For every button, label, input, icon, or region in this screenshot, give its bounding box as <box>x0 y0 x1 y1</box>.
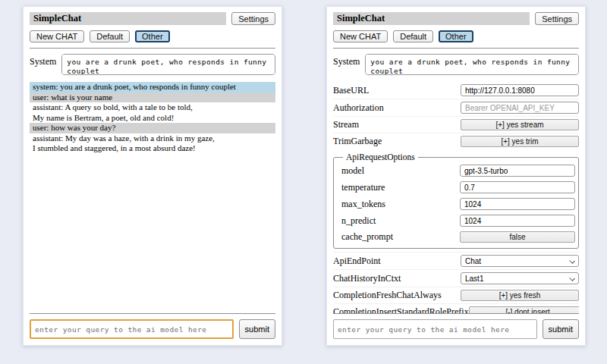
setting-row-authorization: Authorization <box>333 99 579 116</box>
system-prompt-input[interactable]: you are a drunk poet, who responds in fu… <box>61 54 275 75</box>
temperature-input[interactable] <box>460 181 575 193</box>
settings-button[interactable]: Settings <box>231 12 275 25</box>
system-label: System <box>30 54 56 67</box>
setting-row-stream: Stream [+] yes stream <box>333 116 579 133</box>
max-tokens-label: max_tokens <box>341 199 385 210</box>
query-input[interactable] <box>30 319 234 339</box>
model-input[interactable] <box>460 165 575 177</box>
query-row: submit <box>30 319 275 339</box>
header: SimpleChat Settings <box>30 12 275 25</box>
completionfreshchatalways-toggle-button[interactable]: [+] yes fresh <box>461 290 579 301</box>
setting-row-baseurl: BaseURL <box>333 82 579 99</box>
authorization-label: Authorization <box>333 102 384 114</box>
stream-toggle-button[interactable]: [+] yes stream <box>461 119 579 130</box>
trimgarbage-toggle-button[interactable]: [+] yes trim <box>461 136 579 147</box>
settings-button[interactable]: Settings <box>535 12 579 25</box>
setting-row-completionfreshchatalways: CompletionFreshChatAlways [+] yes fresh <box>333 287 579 303</box>
divider <box>333 313 579 314</box>
query-input[interactable] <box>333 319 537 339</box>
system-label: System <box>333 54 360 67</box>
cache-prompt-label: cache_prompt <box>341 231 393 243</box>
app-title: SimpleChat <box>30 12 226 25</box>
completioninsertstandardroleprefix-toggle-button[interactable]: [-] dont insert <box>469 306 579 313</box>
header: SimpleChat Settings <box>333 12 579 25</box>
setting-row-cache-prompt: cache_prompt false <box>341 229 575 245</box>
chat-message-user: user: what is your name <box>30 93 275 103</box>
divider <box>333 48 579 49</box>
max-tokens-input[interactable] <box>460 198 575 210</box>
chat-message-user: user: how was your day? <box>30 123 275 133</box>
n-predict-label: n_predict <box>341 215 376 227</box>
trimgarbage-label: TrimGarbage <box>333 136 382 147</box>
baseurl-label: BaseURL <box>333 85 369 96</box>
apiendpoint-selected-value: Chat <box>465 257 481 265</box>
temperature-label: temperature <box>341 182 385 193</box>
settings-panel: SimpleChat Settings New CHAT Default Oth… <box>326 6 586 346</box>
model-label: model <box>341 165 364 177</box>
baseurl-input[interactable] <box>461 84 579 96</box>
settings-form: BaseURL Authorization Stream [+] yes str… <box>333 82 579 313</box>
setting-row-n-predict: n_predict <box>341 212 575 229</box>
apiendpoint-select[interactable]: Chat <box>461 255 579 267</box>
authorization-input[interactable] <box>461 102 579 114</box>
completioninsertstandardroleprefix-label: CompletionInsertStandardRolePrefix <box>333 306 469 313</box>
session-toolbar: New CHAT Default Other <box>333 30 579 42</box>
chat-message-assistant: assistant: A query so bold, with a tale … <box>30 102 275 123</box>
setting-row-max-tokens: max_tokens <box>341 196 575 212</box>
apiendpoint-label: ApiEndPoint <box>333 256 381 267</box>
stream-label: Stream <box>333 119 359 130</box>
new-chat-button[interactable]: New CHAT <box>333 30 388 42</box>
chat-log: system: you are a drunk poet, who respon… <box>30 82 275 313</box>
app-title: SimpleChat <box>333 12 530 25</box>
chathistoryinctxt-label: ChatHistoryInCtxt <box>333 273 401 284</box>
submit-button[interactable]: submit <box>543 319 579 339</box>
chevron-down-icon <box>569 258 575 264</box>
session-tab-default[interactable]: Default <box>393 30 433 42</box>
chathistoryinctxt-select[interactable]: Last1 <box>461 272 579 284</box>
chathistoryinctxt-selected-value: Last1 <box>465 275 483 283</box>
chat-message-system: system: you are a drunk poet, who respon… <box>30 82 275 93</box>
cache-prompt-toggle-button[interactable]: false <box>460 231 575 243</box>
system-prompt-input[interactable]: you are a drunk poet, who responds in fu… <box>365 54 579 75</box>
new-chat-button[interactable]: New CHAT <box>30 30 84 42</box>
chat-panel: SimpleChat Settings New CHAT Default Oth… <box>23 6 282 346</box>
session-tab-default[interactable]: Default <box>90 30 130 42</box>
setting-row-temperature: temperature <box>341 179 575 196</box>
api-request-options-fieldset: ApiRequestOptions model temperature max_… <box>333 152 579 249</box>
chat-message-assistant: assistant: My day was a haze, with a dri… <box>30 133 275 154</box>
completionfreshchatalways-label: CompletionFreshChatAlways <box>333 290 442 301</box>
query-row: submit <box>333 319 579 339</box>
n-predict-input[interactable] <box>460 215 575 227</box>
api-request-options-legend: ApiRequestOptions <box>343 152 418 162</box>
divider <box>30 313 275 314</box>
setting-row-completioninsertstandardroleprefix: CompletionInsertStandardRolePrefix [-] d… <box>333 303 579 313</box>
setting-row-model: model <box>341 162 575 179</box>
chevron-down-icon <box>569 275 575 281</box>
session-tab-other[interactable]: Other <box>439 30 473 42</box>
system-prompt-row: System you are a drunk poet, who respond… <box>333 54 579 75</box>
submit-button[interactable]: submit <box>239 319 275 339</box>
session-toolbar: New CHAT Default Other <box>30 30 275 42</box>
setting-row-trimgarbage: TrimGarbage [+] yes trim <box>333 133 579 149</box>
setting-row-chathistoryinctxt: ChatHistoryInCtxt Last1 <box>333 269 579 287</box>
divider <box>30 48 275 49</box>
session-tab-other[interactable]: Other <box>135 30 170 42</box>
setting-row-apiendpoint: ApiEndPoint Chat <box>333 252 579 269</box>
system-prompt-row: System you are a drunk poet, who respond… <box>30 54 275 75</box>
